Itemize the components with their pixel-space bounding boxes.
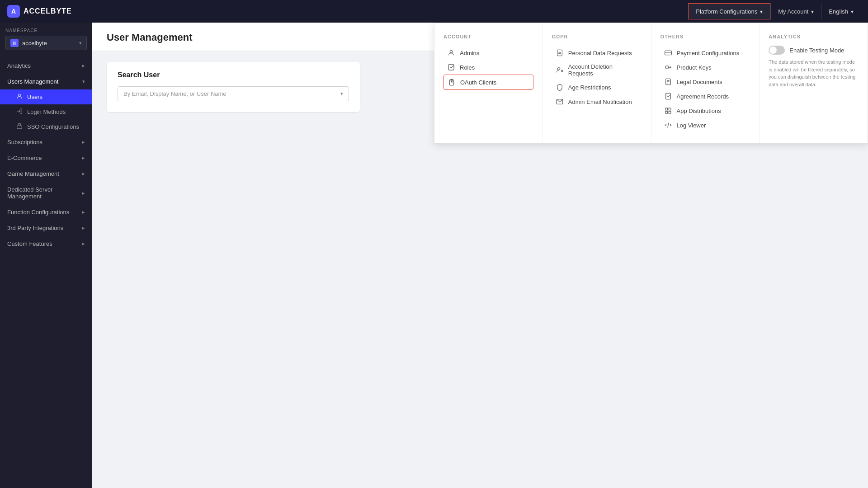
sidebar-subitem-sso[interactable]: SSO Configurations [0, 119, 92, 134]
sso-sub-label: SSO Configurations [27, 123, 79, 130]
testing-mode-toggle-row: Enable Testing Mode [769, 46, 859, 55]
svg-rect-23 [665, 111, 668, 113]
dropdown-account-title: ACCOUNT [443, 34, 533, 39]
dropdown-analytics-title: ANALYTICS [769, 34, 859, 39]
sidebar-item-3rd-party[interactable]: 3rd Party Integrations ▸ [0, 220, 92, 236]
age-restrictions-label: Age Restrictions [568, 84, 611, 91]
3rd-party-chevron-icon: ▸ [82, 225, 85, 231]
account-deletion-label: Account Deletion Requests [568, 63, 638, 77]
login-methods-sub-label: Login Methods [27, 108, 66, 115]
sidebar-item-custom-features[interactable]: Custom Features ▸ [0, 236, 92, 252]
sidebar-item-game-management[interactable]: Game Management ▸ [0, 166, 92, 182]
svg-rect-24 [669, 111, 671, 113]
namespace-value: accelbyte [22, 40, 47, 47]
dropdown-log-viewer[interactable]: Log Viewer [660, 118, 750, 132]
mail-icon [556, 98, 564, 106]
shield-icon [556, 83, 564, 91]
logo: A ACCELBYTE [7, 5, 72, 18]
sidebar: NAMESPACE ▤ accelbyte ▾ Analytics ▸ User… [0, 23, 92, 488]
dropdown-roles[interactable]: Roles [443, 60, 533, 75]
person-icon [447, 49, 455, 57]
document-icon [664, 78, 672, 86]
clipboard-icon [448, 78, 456, 86]
namespace-chevron-icon: ▾ [79, 40, 82, 46]
sidebar-subscriptions-label: Subscriptions [7, 139, 42, 145]
sidebar-game-management-label: Game Management [7, 170, 59, 177]
code-icon [664, 121, 672, 129]
admin-email-label: Admin Email Notification [568, 99, 632, 105]
dropdown-age-restrictions[interactable]: Age Restrictions [552, 80, 642, 94]
platform-config-chevron-icon [760, 8, 763, 15]
language-button[interactable]: English [821, 3, 861, 19]
testing-mode-desc: The data stored when the testing mode is… [769, 58, 859, 88]
svg-point-0 [450, 51, 452, 53]
logo-text: ACCELBYTE [24, 7, 72, 15]
svg-rect-1 [448, 65, 454, 70]
credit-card-icon [664, 49, 672, 57]
dropdown-payment-configs[interactable]: Payment Configurations [660, 46, 750, 60]
dropdown-gdpr-col: GDPR Personal Data Requests Account Dele… [543, 23, 651, 143]
analytics-chevron-icon: ▸ [82, 63, 85, 69]
dropdown-product-keys[interactable]: Product Keys [660, 60, 750, 75]
product-keys-label: Product Keys [677, 64, 712, 71]
file-icon [556, 49, 564, 57]
oauth-clients-label: OAuth Clients [460, 79, 496, 86]
sidebar-item-ecommerce[interactable]: E-Commerce ▸ [0, 150, 92, 166]
sidebar-item-dedicated-server[interactable]: Dedicated Server Management ▸ [0, 182, 92, 204]
svg-point-26 [19, 94, 21, 96]
log-viewer-label: Log Viewer [677, 122, 706, 129]
namespace-select[interactable]: ▤ accelbyte ▾ [5, 36, 87, 50]
dropdown-app-distributions[interactable]: App Distributions [660, 103, 750, 118]
svg-point-15 [665, 66, 669, 69]
sidebar-item-subscriptions[interactable]: Subscriptions ▸ [0, 134, 92, 150]
check-square-icon [447, 63, 455, 71]
svg-rect-22 [669, 108, 671, 110]
check-doc-icon [664, 92, 672, 100]
payment-configs-label: Payment Configurations [677, 50, 740, 56]
svg-point-9 [557, 68, 560, 70]
platform-dropdown: ACCOUNT Admins Roles OAuth Clients [434, 23, 868, 144]
users-sub-icon [16, 93, 23, 101]
game-management-chevron-icon: ▸ [82, 171, 85, 177]
sidebar-nav: Analytics ▸ Users Management ▾ Users Log… [0, 54, 92, 255]
dropdown-others-title: OTHERS [660, 34, 750, 39]
dropdown-account-deletion[interactable]: Account Deletion Requests [552, 60, 642, 80]
sidebar-item-function-configs[interactable]: Function Configurations ▸ [0, 204, 92, 220]
namespace-section: NAMESPACE ▤ accelbyte ▾ [0, 23, 92, 54]
sidebar-subitem-login-methods[interactable]: Login Methods [0, 104, 92, 119]
search-select-value: By Email, Display Name, or User Name [123, 90, 226, 97]
users-management-chevron-icon: ▾ [82, 79, 85, 84]
testing-mode-toggle[interactable] [769, 46, 785, 55]
key-icon [664, 63, 672, 71]
personal-data-label: Personal Data Requests [568, 50, 632, 56]
dropdown-oauth-clients[interactable]: OAuth Clients [443, 75, 533, 90]
testing-mode-label: Enable Testing Mode [789, 47, 844, 54]
agreement-records-label: Agreement Records [677, 93, 729, 100]
sidebar-subitem-users[interactable]: Users [0, 89, 92, 104]
sidebar-item-analytics[interactable]: Analytics ▸ [0, 58, 92, 74]
svg-line-25 [667, 123, 669, 128]
logo-icon: A [7, 5, 20, 18]
search-select-chevron-icon: ▾ [340, 91, 343, 97]
sidebar-item-users-management[interactable]: Users Management ▾ [0, 74, 92, 89]
sidebar-users-management-label: Users Management [7, 78, 58, 85]
function-configs-chevron-icon: ▸ [82, 209, 85, 215]
namespace-icon: ▤ [10, 39, 19, 47]
dropdown-analytics-col: ANALYTICS Enable Testing Mode The data s… [760, 23, 868, 143]
svg-rect-20 [665, 93, 670, 99]
users-sub-label: Users [27, 94, 42, 100]
platform-config-button[interactable]: Platform Configurations [688, 3, 770, 19]
grid-icon [664, 107, 672, 115]
my-account-button[interactable]: My Account [770, 3, 821, 19]
dropdown-agreement-records[interactable]: Agreement Records [660, 89, 750, 103]
dropdown-admins[interactable]: Admins [443, 46, 533, 60]
dropdown-legal-documents[interactable]: Legal Documents [660, 75, 750, 89]
dropdown-admin-email[interactable]: Admin Email Notification [552, 94, 642, 109]
svg-rect-6 [557, 50, 562, 56]
dropdown-personal-data[interactable]: Personal Data Requests [552, 46, 642, 60]
legal-documents-label: Legal Documents [677, 79, 722, 85]
sidebar-analytics-label: Analytics [7, 62, 31, 69]
svg-rect-28 [17, 126, 22, 128]
search-select[interactable]: By Email, Display Name, or User Name ▾ [118, 86, 349, 101]
subscriptions-chevron-icon: ▸ [82, 139, 85, 145]
